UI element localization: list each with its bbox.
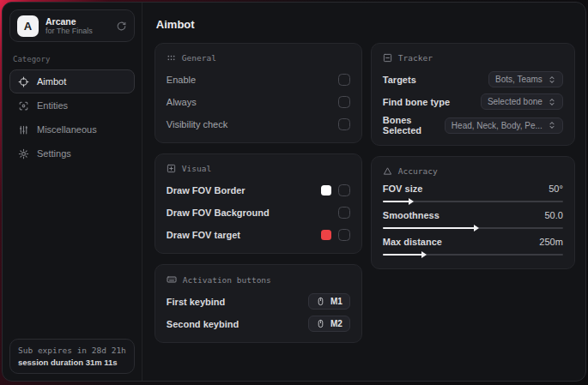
slider-value: 50.0 — [544, 210, 562, 220]
slider-thumb[interactable] — [474, 225, 479, 232]
color-swatch[interactable] — [321, 185, 331, 196]
main-content: Aimbot General — [142, 3, 586, 381]
enable-checkbox[interactable] — [338, 74, 350, 86]
fov-size-slider[interactable] — [383, 201, 563, 202]
chevrons-up-down-icon — [548, 121, 556, 129]
max-distance-slider[interactable] — [383, 254, 563, 256]
smoothness-slider[interactable] — [383, 227, 563, 229]
card-general: General Enable Always Visibility check — [155, 43, 362, 143]
triangle-icon — [383, 166, 392, 176]
sidebar: A Arcane for The Finals Category Aimbot — [3, 3, 142, 381]
page-title: Aimbot — [156, 18, 575, 31]
option-label: Max distance — [383, 237, 442, 247]
app-window: A Arcane for The Finals Category Aimbot — [2, 2, 586, 382]
sidebar-item-settings[interactable]: Settings — [9, 141, 135, 165]
chevrons-up-down-icon — [548, 75, 556, 84]
option-label: Draw FOV target — [167, 230, 240, 240]
refresh-icon[interactable] — [116, 21, 127, 32]
chevrons-up-down-icon — [548, 98, 556, 106]
session-duration-text: session duration 31m 11s — [18, 358, 126, 367]
option-label: Targets — [383, 75, 416, 85]
bones-selected-select[interactable]: Head, Neck, Body, Pe... — [445, 117, 563, 134]
option-label: Second keybind — [167, 319, 239, 329]
brand-logo: A — [17, 15, 39, 37]
image-icon — [167, 164, 176, 173]
gear-icon — [18, 148, 29, 159]
option-label: Draw FOV Background — [167, 208, 270, 218]
select-value: Head, Neck, Body, Pe... — [452, 121, 543, 130]
tracker-box-icon — [383, 53, 392, 63]
card-activation-buttons: Activation buttons First keybind M1 — [155, 264, 362, 343]
select-value: Selected bone — [488, 97, 543, 106]
second-keybind-button[interactable]: M2 — [308, 316, 350, 332]
option-label: Smoothness — [383, 210, 439, 220]
sidebar-item-label: Miscellaneous — [37, 124, 97, 135]
card-tracker: Tracker Targets Bots, Teams — [371, 43, 575, 146]
always-checkbox[interactable] — [338, 96, 350, 108]
keybind-value: M2 — [330, 319, 342, 328]
color-swatch[interactable] — [321, 230, 331, 240]
fov-target-checkbox[interactable] — [338, 229, 350, 241]
targets-select[interactable]: Bots, Teams — [488, 71, 563, 87]
scan-box-icon — [18, 100, 29, 111]
grid-dots-icon — [167, 53, 176, 63]
mouse-icon — [316, 319, 325, 328]
select-value: Bots, Teams — [495, 75, 543, 84]
sidebar-item-aimbot[interactable]: Aimbot — [9, 69, 135, 93]
option-label: Bones Selected — [383, 115, 445, 135]
sidebar-item-label: Entities — [37, 100, 68, 111]
option-label: Draw FOV Border — [167, 185, 246, 196]
card-title-text: Tracker — [398, 53, 433, 63]
brand-card: A Arcane for The Finals — [9, 9, 135, 42]
option-label: First keybind — [167, 297, 225, 307]
fov-background-checkbox[interactable] — [338, 207, 350, 219]
slider-value: 50° — [549, 183, 563, 194]
mouse-icon — [316, 297, 325, 306]
card-title-text: Visual — [182, 164, 211, 173]
category-label: Category — [13, 55, 131, 63]
sub-expiry-text: Sub expires in 28d 21h — [18, 346, 126, 355]
sidebar-item-miscellaneous[interactable]: Miscellaneous — [9, 117, 135, 141]
slider-value: 250m — [539, 237, 563, 247]
card-title-text: Accuracy — [398, 166, 438, 176]
option-label: Find bone type — [383, 97, 450, 107]
find-bone-type-select[interactable]: Selected bone — [481, 93, 563, 110]
card-visual: Visual Draw FOV Border Draw FOV Backgrou… — [155, 153, 362, 254]
brand-subtitle: for The Finals — [45, 27, 109, 35]
first-keybind-button[interactable]: M1 — [308, 293, 350, 310]
card-accuracy: Accuracy FOV size 50° Smoothness — [371, 156, 575, 269]
slider-thumb[interactable] — [409, 198, 414, 205]
option-label: Enable — [167, 75, 196, 85]
subscription-card: Sub expires in 28d 21h session duration … — [9, 339, 135, 374]
brand-name: Arcane — [45, 16, 109, 27]
card-title-text: Activation buttons — [183, 275, 271, 285]
sidebar-item-label: Aimbot — [37, 76, 66, 87]
sliders-icon — [18, 124, 29, 135]
keyboard-icon — [167, 274, 177, 285]
option-label: FOV size — [383, 183, 422, 194]
fov-border-checkbox[interactable] — [338, 184, 350, 196]
slider-thumb[interactable] — [421, 251, 427, 258]
option-label: Visibility check — [167, 119, 227, 129]
crosshair-icon — [18, 76, 29, 87]
keybind-value: M1 — [330, 297, 342, 306]
sidebar-item-label: Settings — [37, 148, 71, 159]
card-title-text: General — [182, 53, 216, 63]
sidebar-item-entities[interactable]: Entities — [9, 93, 135, 117]
visibility-check-checkbox[interactable] — [338, 118, 350, 130]
option-label: Always — [167, 97, 197, 107]
